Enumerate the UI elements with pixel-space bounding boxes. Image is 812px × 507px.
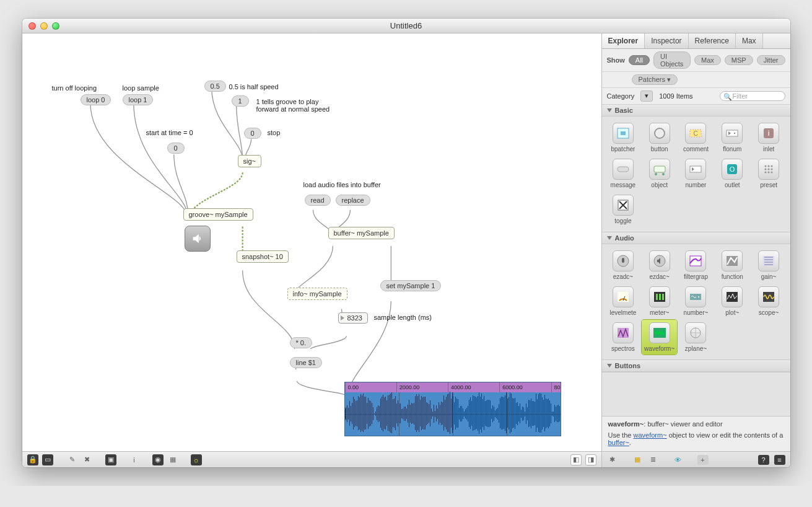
palette-item-comment[interactable]: Ccomment bbox=[678, 120, 714, 155]
tab-max[interactable]: Max bbox=[736, 33, 763, 48]
palette-item-button[interactable]: button bbox=[642, 120, 677, 155]
palette-icon: C bbox=[685, 123, 706, 144]
palette-icon bbox=[649, 123, 670, 144]
palette-icon bbox=[613, 195, 634, 216]
palette-item-plot[interactable]: plot~ bbox=[715, 284, 750, 319]
category-dropdown[interactable]: ▾ bbox=[640, 90, 653, 102]
pill-jitter[interactable]: Jitter bbox=[757, 55, 785, 65]
object-buffer[interactable]: buffer~ mySample bbox=[328, 227, 395, 239]
section-header-buttons[interactable]: Buttons bbox=[602, 360, 790, 372]
message-1[interactable]: 1 bbox=[232, 95, 249, 107]
palette-item-message[interactable]: message bbox=[606, 156, 641, 191]
message-0-start[interactable]: 0 bbox=[167, 143, 185, 154]
palette-item-preset[interactable]: preset bbox=[751, 156, 787, 191]
waveform-display[interactable]: 0.00 2000.00 4000.00 6000.00 80 bbox=[344, 382, 561, 436]
palette-item-function[interactable]: function bbox=[715, 248, 750, 283]
palette-item-meter[interactable]: meter~ bbox=[642, 284, 677, 319]
presentation-icon[interactable]: ▣ bbox=[105, 454, 116, 465]
palette-item-levelmete[interactable]: levelmete bbox=[606, 284, 641, 319]
palette-label: plot~ bbox=[725, 309, 739, 316]
ezdac-button[interactable] bbox=[185, 226, 211, 252]
object-sig[interactable]: sig~ bbox=[238, 155, 262, 167]
message-loop-1[interactable]: loop 1 bbox=[123, 94, 154, 105]
play-triangle-icon bbox=[341, 315, 344, 320]
tool-icon[interactable]: ✖ bbox=[82, 454, 93, 465]
lock-icon[interactable]: 🔒 bbox=[27, 454, 38, 465]
palette-item-object[interactable]: object bbox=[642, 156, 677, 191]
minimize-icon[interactable] bbox=[40, 22, 48, 30]
object-palette[interactable]: Basic bpatcherbuttonCcommentflonumiinlet… bbox=[602, 105, 790, 416]
list-view-icon[interactable]: ≣ bbox=[648, 455, 659, 465]
palette-item-toggle[interactable]: toggle bbox=[606, 192, 641, 227]
show-label: Show bbox=[607, 56, 625, 64]
message-times-zero[interactable]: * 0. bbox=[290, 337, 313, 348]
add-icon[interactable]: + bbox=[697, 455, 709, 465]
palette-item-filtergrap[interactable]: filtergrap bbox=[678, 248, 714, 283]
message-line[interactable]: line $1 bbox=[290, 357, 322, 368]
help-link-buffer[interactable]: buffer~ bbox=[608, 439, 629, 446]
object-groove[interactable]: groove~ mySample bbox=[183, 208, 253, 221]
section-header-basic[interactable]: Basic bbox=[602, 105, 790, 117]
palette-label: ezadc~ bbox=[613, 273, 634, 280]
zoom-icon[interactable] bbox=[52, 22, 59, 30]
palette-item-ezdac[interactable]: ezdac~ bbox=[642, 248, 677, 283]
svg-point-24 bbox=[764, 171, 766, 173]
palette-icon bbox=[649, 286, 670, 307]
view-toggle-icon[interactable]: ◧ bbox=[570, 454, 582, 465]
palette-label: number~ bbox=[684, 309, 709, 316]
tool-icon[interactable]: ◉ bbox=[152, 454, 164, 465]
tool-icon[interactable]: ✎ bbox=[67, 454, 78, 465]
gear-icon[interactable]: ✱ bbox=[607, 455, 618, 465]
section-header-audio[interactable]: Audio bbox=[602, 232, 790, 244]
palette-item-waveform[interactable]: waveform~ bbox=[642, 320, 677, 355]
svg-point-19 bbox=[767, 165, 769, 167]
object-snapshot[interactable]: snapshot~ 10 bbox=[237, 250, 289, 263]
pill-msp[interactable]: MSP bbox=[725, 55, 753, 65]
help-icon[interactable]: ? bbox=[758, 455, 769, 465]
waveform-ruler: 0.00 2000.00 4000.00 6000.00 80 bbox=[345, 382, 561, 392]
tab-reference[interactable]: Reference bbox=[689, 33, 736, 48]
palette-item-ezadc[interactable]: ezadc~ bbox=[606, 248, 641, 283]
ruler-tick: 4000.00 bbox=[448, 382, 499, 392]
message-0-5[interactable]: 0.5 bbox=[204, 81, 226, 92]
titlebar[interactable]: Untitled6 bbox=[22, 19, 790, 33]
number-sample-length[interactable]: 8323 bbox=[338, 312, 368, 324]
search-input[interactable]: 🔍 Filter bbox=[720, 91, 785, 101]
pill-ui-objects[interactable]: UI Objects bbox=[653, 51, 691, 69]
palette-item-gain[interactable]: gain~ bbox=[751, 248, 787, 283]
object-info[interactable]: info~ mySample bbox=[287, 288, 347, 300]
close-icon[interactable] bbox=[28, 22, 36, 30]
palette-item-outlet[interactable]: Ooutlet bbox=[715, 156, 750, 191]
palette-item-flonum[interactable]: flonum bbox=[715, 120, 750, 155]
tab-inspector[interactable]: Inspector bbox=[645, 33, 688, 48]
tab-explorer[interactable]: Explorer bbox=[602, 33, 645, 48]
message-read[interactable]: read bbox=[305, 195, 331, 206]
help-link-waveform[interactable]: waveform~ bbox=[633, 431, 666, 439]
comment-half-speed: 0.5 is half speed bbox=[228, 82, 280, 92]
palette-item-bpatcher[interactable]: bpatcher bbox=[606, 120, 641, 155]
grid-icon[interactable]: ▦ bbox=[167, 454, 178, 465]
palette-item-scope[interactable]: scope~ bbox=[751, 284, 787, 319]
pill-max[interactable]: Max bbox=[694, 55, 721, 65]
patcher-canvas[interactable]: .cord{fill:none;stroke:#9c9c9c;stroke-wi… bbox=[22, 33, 602, 467]
pill-all[interactable]: All bbox=[629, 55, 650, 65]
palette-section-basic: Basic bpatcherbuttonCcommentflonumiinlet… bbox=[602, 105, 790, 232]
palette-item-zplane[interactable]: zplane~ bbox=[678, 320, 714, 355]
palette-item-number[interactable]: number bbox=[678, 156, 714, 191]
svg-point-25 bbox=[767, 171, 769, 173]
menu-icon[interactable]: ≡ bbox=[774, 455, 785, 465]
palette-item-number[interactable]: number~ bbox=[678, 284, 714, 319]
palette-item-spectros[interactable]: spectros bbox=[606, 320, 641, 355]
info-icon[interactable]: i bbox=[129, 454, 140, 465]
pill-patchers[interactable]: Patchers ▾ bbox=[632, 74, 678, 85]
message-set-mysample[interactable]: set mySample 1 bbox=[380, 280, 442, 291]
message-0-stop[interactable]: 0 bbox=[244, 128, 261, 139]
debug-icon[interactable]: ☼ bbox=[191, 454, 202, 465]
eye-icon[interactable]: 👁 bbox=[673, 455, 684, 465]
message-loop-0[interactable]: loop 0 bbox=[81, 94, 111, 105]
new-object-icon[interactable]: ▭ bbox=[42, 454, 53, 465]
grid-view-icon[interactable]: ▦ bbox=[632, 455, 643, 465]
view-toggle-icon[interactable]: ◨ bbox=[585, 454, 596, 465]
message-replace[interactable]: replace bbox=[336, 195, 370, 206]
palette-item-inlet[interactable]: iinlet bbox=[751, 120, 787, 155]
